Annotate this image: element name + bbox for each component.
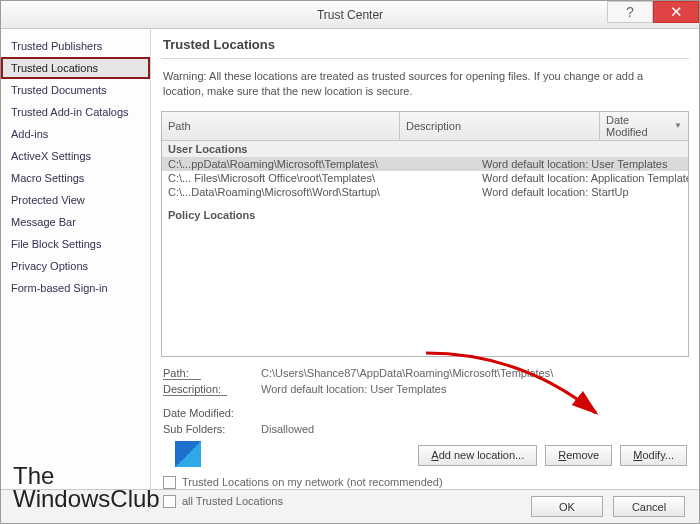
detail-value-description: Word default location: User Templates: [261, 383, 687, 395]
grid-row[interactable]: C:\...Data\Roaming\Microsoft\Word\Startu…: [162, 185, 688, 199]
site-logo-icon: [175, 441, 201, 467]
detail-label-subfolders: Sub Folders:: [163, 423, 253, 435]
sidebar-item-trusted-locations[interactable]: Trusted Locations: [1, 57, 150, 79]
col-header-date-modified[interactable]: Date Modified▼: [600, 112, 688, 140]
details-pane: Path: C:\Users\Shance87\AppData\Roaming\…: [161, 363, 689, 435]
allow-network-label: Trusted Locations on my network (not rec…: [182, 476, 443, 488]
sidebar-item-activex-settings[interactable]: ActiveX Settings: [1, 145, 150, 167]
disable-all-checkbox[interactable]: [163, 495, 176, 508]
col-header-path[interactable]: Path: [162, 112, 400, 140]
trust-center-dialog: Trust Center ? ✕ Trusted Publishers Trus…: [0, 0, 700, 524]
grid-group-user-locations: User Locations: [162, 141, 688, 157]
detail-label-date-modified: Date Modified:: [163, 407, 253, 419]
button-row: Add new location... Remove Modify...: [161, 441, 689, 470]
modify-button[interactable]: Modify...: [620, 445, 687, 466]
grid-body: User Locations C:\...ppData\Roaming\Micr…: [162, 141, 688, 356]
close-button[interactable]: ✕: [653, 1, 699, 23]
detail-label-description: Description:: [163, 383, 253, 395]
sort-indicator-icon: ▼: [674, 121, 682, 130]
dialog-body: Trusted Publishers Trusted Locations Tru…: [1, 29, 699, 489]
sidebar-item-trusted-documents[interactable]: Trusted Documents: [1, 79, 150, 101]
detail-value-path: C:\Users\Shance87\AppData\Roaming\Micros…: [261, 367, 687, 379]
sidebar-item-protected-view[interactable]: Protected View: [1, 189, 150, 211]
detail-value-subfolders: Disallowed: [261, 423, 687, 435]
sidebar-item-message-bar[interactable]: Message Bar: [1, 211, 150, 233]
titlebar: Trust Center ? ✕: [1, 1, 699, 29]
remove-button[interactable]: Remove: [545, 445, 612, 466]
grid-row[interactable]: C:\... Files\Microsoft Office\root\Templ…: [162, 171, 688, 185]
grid-group-policy-locations: Policy Locations: [162, 199, 688, 223]
window-controls: ? ✕: [607, 1, 699, 29]
locations-grid: Path Description Date Modified▼ User Loc…: [161, 111, 689, 357]
sidebar-item-file-block-settings[interactable]: File Block Settings: [1, 233, 150, 255]
sidebar-item-form-based-signin[interactable]: Form-based Sign-in: [1, 277, 150, 299]
detail-label-path: Path:: [163, 367, 253, 379]
add-new-location-button[interactable]: Add new location...: [418, 445, 537, 466]
sidebar-item-trusted-publishers[interactable]: Trusted Publishers: [1, 35, 150, 57]
help-button[interactable]: ?: [607, 1, 653, 23]
sidebar-item-privacy-options[interactable]: Privacy Options: [1, 255, 150, 277]
section-title: Trusted Locations: [161, 37, 689, 59]
grid-row[interactable]: C:\...ppData\Roaming\Microsoft\Templates…: [162, 157, 688, 171]
disable-all-label: all Trusted Locations: [182, 495, 283, 507]
col-header-description[interactable]: Description: [400, 112, 600, 140]
disable-all-checkbox-row: all Trusted Locations: [161, 495, 689, 508]
sidebar: Trusted Publishers Trusted Locations Tru…: [1, 29, 151, 489]
allow-network-checkbox-row: Trusted Locations on my network (not rec…: [161, 476, 689, 489]
sidebar-item-addins[interactable]: Add-ins: [1, 123, 150, 145]
main-panel: Trusted Locations Warning: All these loc…: [151, 29, 699, 489]
warning-text: Warning: All these locations are treated…: [161, 65, 689, 105]
grid-header: Path Description Date Modified▼: [162, 112, 688, 141]
allow-network-checkbox[interactable]: [163, 476, 176, 489]
window-title: Trust Center: [317, 8, 383, 22]
sidebar-item-macro-settings[interactable]: Macro Settings: [1, 167, 150, 189]
sidebar-item-trusted-addin-catalogs[interactable]: Trusted Add-in Catalogs: [1, 101, 150, 123]
detail-value-date-modified: [261, 407, 687, 419]
